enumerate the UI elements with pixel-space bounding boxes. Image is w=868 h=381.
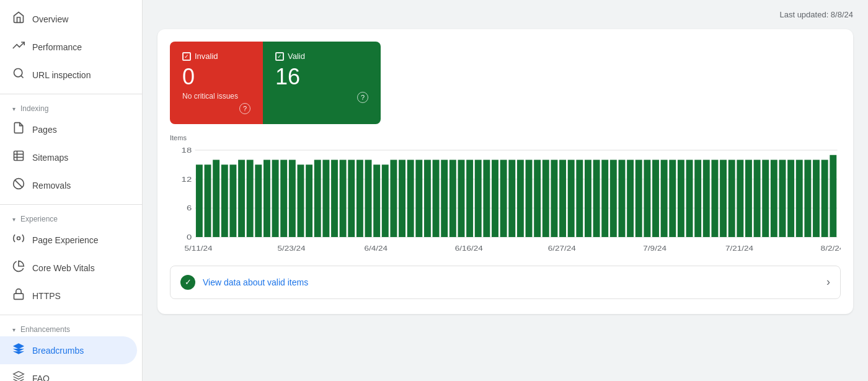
valid-count: 16	[275, 65, 368, 89]
svg-rect-73	[661, 159, 668, 236]
svg-rect-54	[500, 159, 507, 236]
svg-rect-27	[272, 159, 279, 236]
sidebar-item-label: Removals	[32, 181, 71, 191]
svg-rect-88	[787, 159, 794, 236]
sidebar-item-label: Page Experience	[32, 235, 99, 245]
svg-text:12: 12	[182, 175, 192, 183]
svg-rect-76	[686, 159, 693, 236]
svg-rect-33	[322, 159, 329, 236]
svg-rect-47	[441, 159, 448, 236]
svg-rect-70	[636, 159, 642, 236]
sidebar-item-performance[interactable]: Performance	[0, 33, 137, 61]
invalid-question-icon[interactable]: ?	[239, 103, 250, 114]
svg-rect-75	[678, 159, 684, 236]
valid-link-card[interactable]: ✓ View data about valid items ›	[170, 266, 841, 299]
svg-rect-19	[205, 164, 211, 237]
svg-rect-9	[14, 294, 24, 299]
chevron-right-icon: ›	[826, 276, 830, 289]
invalid-checkbox-icon: ✓	[182, 52, 191, 61]
divider-3	[0, 315, 142, 315]
sidebar-item-removals[interactable]: Removals	[0, 171, 137, 199]
chart-y-label: Items	[170, 134, 841, 141]
svg-rect-25	[255, 164, 262, 237]
sidebar-section-experience: ▾ Experience	[0, 210, 142, 226]
svg-rect-86	[771, 159, 777, 236]
section-label: Enhancements	[20, 325, 70, 334]
svg-rect-92	[822, 159, 828, 236]
green-check-icon: ✓	[180, 275, 195, 290]
svg-rect-84	[754, 159, 761, 236]
sidebar-item-faq[interactable]: FAQ	[0, 364, 137, 381]
chevron-down-icon: ▾	[12, 326, 16, 333]
svg-rect-51	[475, 159, 482, 236]
svg-rect-67	[610, 159, 617, 236]
svg-rect-41	[390, 159, 397, 236]
valid-suffix: items	[285, 277, 308, 287]
svg-rect-55	[508, 159, 515, 236]
svg-rect-50	[466, 159, 473, 236]
svg-rect-89	[796, 159, 803, 236]
sidebar-item-breadcrumbs[interactable]: Breadcrumbs	[0, 336, 137, 364]
sidebar-item-pages[interactable]: Pages	[0, 115, 137, 143]
sidebar-item-label: HTTPS	[32, 291, 61, 301]
svg-text:5/11/24: 5/11/24	[184, 244, 213, 252]
lock-icon	[12, 288, 25, 303]
sidebar-item-sitemaps[interactable]: Sitemaps	[0, 143, 137, 171]
sidebar-item-core-web-vitals[interactable]: Core Web Vitals	[0, 254, 137, 282]
svg-rect-2	[14, 151, 24, 161]
valid-footer: ?	[275, 92, 368, 103]
invalid-header: ✓ Invalid	[182, 52, 250, 61]
sidebar-item-page-experience[interactable]: Page Experience	[0, 226, 137, 254]
svg-rect-74	[669, 159, 676, 236]
search-icon	[12, 67, 25, 83]
svg-rect-90	[804, 159, 811, 236]
svg-rect-82	[737, 159, 743, 236]
valid-link-text: View data about valid items	[203, 277, 819, 287]
svg-rect-28	[280, 159, 287, 236]
card-inner: ✓ Invalid 0 No critical issues ? ✓ Valid	[157, 42, 853, 314]
svg-rect-69	[627, 159, 634, 236]
valid-prefix: View data about	[203, 277, 267, 287]
svg-rect-66	[601, 159, 608, 236]
svg-rect-71	[644, 159, 650, 236]
svg-point-0	[14, 69, 22, 77]
svg-rect-37	[356, 159, 363, 236]
svg-rect-65	[593, 159, 600, 236]
performance-icon	[12, 39, 25, 55]
valid-label: Valid	[288, 52, 305, 61]
svg-rect-78	[703, 159, 710, 236]
svg-rect-36	[348, 159, 355, 236]
svg-text:7/21/24: 7/21/24	[725, 244, 754, 252]
svg-text:7/9/24: 7/9/24	[643, 244, 666, 252]
svg-line-1	[21, 76, 24, 78]
chevron-down-icon: ▾	[12, 105, 16, 112]
svg-rect-59	[542, 159, 549, 236]
sidebar-item-label: Overview	[32, 14, 68, 24]
home-icon	[12, 11, 25, 27]
invalid-status-card: ✓ Invalid 0 No critical issues ?	[170, 42, 263, 124]
valid-question-icon[interactable]: ?	[357, 92, 368, 103]
sidebar-item-url-inspection[interactable]: URL inspection	[0, 61, 137, 89]
svg-text:18: 18	[182, 146, 192, 155]
svg-line-7	[15, 180, 22, 187]
valid-header: ✓ Valid	[275, 52, 368, 61]
sidebar-section-indexing: ▾ Indexing	[0, 99, 142, 115]
svg-rect-93	[830, 155, 836, 236]
svg-rect-68	[619, 159, 626, 236]
svg-rect-29	[289, 159, 296, 236]
sidebar-item-overview[interactable]: Overview	[0, 5, 137, 33]
invalid-sublabel: No critical issues	[182, 92, 250, 101]
svg-rect-26	[264, 159, 270, 236]
svg-rect-30	[298, 164, 304, 237]
svg-rect-63	[576, 159, 583, 236]
svg-rect-80	[720, 159, 727, 236]
sidebar-item-https[interactable]: HTTPS	[0, 282, 137, 310]
sidebar-item-label: Core Web Vitals	[32, 263, 95, 273]
sidebar-item-label: Sitemaps	[32, 153, 68, 163]
svg-rect-34	[331, 159, 338, 236]
main-content: Last updated: 8/8/24 ✓ Invalid 0 No crit…	[143, 0, 868, 381]
chart-container: 0612185/11/245/23/246/4/246/16/246/27/24…	[170, 144, 841, 256]
sidebar-item-label: Performance	[32, 42, 82, 52]
svg-rect-49	[458, 159, 465, 236]
svg-rect-32	[314, 159, 321, 236]
